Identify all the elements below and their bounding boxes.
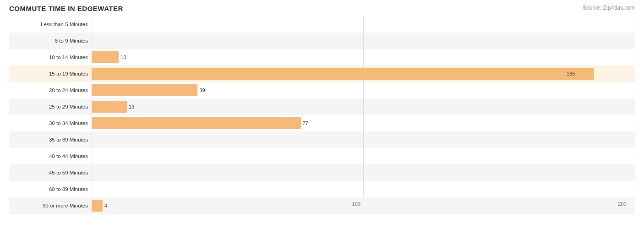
bar-11 — [92, 200, 103, 212]
bar-value-11: 4 — [104, 200, 107, 212]
bar-5 — [92, 101, 127, 113]
grid-lines — [92, 16, 635, 196]
bar-value-4: 39 — [199, 84, 205, 96]
bar-label-1: 5 to 9 Minutes — [9, 33, 88, 49]
chart-body: 0 100 200 Less than 5 Minutes5 to 9 Minu… — [9, 16, 635, 210]
bar-label-0: Less than 5 Minutes — [9, 16, 88, 33]
bar-3 — [92, 68, 594, 80]
bar-label-6: 30 to 34 Minutes — [9, 115, 88, 131]
x-axis: 0 100 200 — [92, 201, 635, 207]
grid-line-100 — [363, 16, 364, 196]
chart-source: Source: ZipAtlas.com — [583, 5, 635, 11]
bar-label-7: 35 to 39 Minutes — [9, 131, 88, 148]
chart-container: COMMUTE TIME IN EDGEWATER Source: ZipAtl… — [0, 0, 644, 240]
x-label-100: 100 — [352, 201, 360, 207]
chart-header: COMMUTE TIME IN EDGEWATER Source: ZipAtl… — [9, 5, 635, 12]
bar-label-3: 15 to 19 Minutes — [9, 65, 88, 82]
bar-value-6: 77 — [303, 117, 308, 129]
bar-value-5: 13 — [129, 101, 134, 113]
chart-title: COMMUTE TIME IN EDGEWATER — [9, 5, 123, 12]
bar-label-8: 40 to 44 Minutes — [9, 148, 88, 164]
bar-label-4: 20 to 24 Minutes — [9, 82, 88, 98]
grid-line-200 — [635, 16, 635, 196]
bar-value-2: 10 — [120, 51, 126, 63]
x-label-200: 200 — [618, 201, 626, 207]
bar-2 — [92, 51, 119, 63]
bar-label-9: 45 to 59 Minutes — [9, 164, 88, 181]
bar-label-11: 90 or more Minutes — [9, 197, 88, 214]
bar-label-5: 25 to 29 Minutes — [9, 98, 88, 115]
bar-4 — [92, 84, 197, 96]
bars-area: 0 100 200 Less than 5 Minutes5 to 9 Minu… — [92, 16, 635, 196]
bar-value-3: 185 — [567, 68, 578, 80]
bar-label-10: 60 to 89 Minutes — [9, 181, 88, 197]
bar-6 — [92, 117, 301, 129]
bar-label-2: 10 to 14 Minutes — [9, 49, 88, 65]
